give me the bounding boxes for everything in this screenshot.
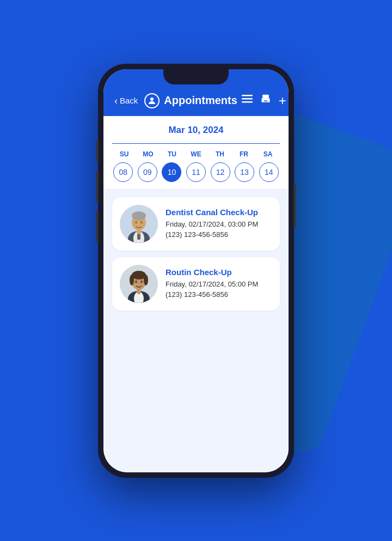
svg-rect-3 [242, 101, 253, 103]
svg-rect-2 [242, 98, 253, 100]
svg-point-14 [135, 221, 137, 223]
back-chevron-icon: ‹ [114, 96, 118, 106]
appointment-phone-2: (123) 123-456-5856 [166, 289, 272, 300]
back-label: Back [120, 96, 138, 105]
header-actions: + [242, 94, 286, 107]
svg-point-21 [132, 271, 146, 279]
svg-point-25 [140, 280, 143, 283]
appointment-title-1: Dentist Canal Check-Up [166, 208, 272, 217]
svg-point-22 [130, 275, 134, 285]
date-09[interactable]: 09 [138, 162, 157, 182]
svg-rect-4 [262, 95, 269, 99]
list-icon[interactable] [242, 95, 253, 106]
appointment-info-1: Dentist Canal Check-Up Friday, 02/17/202… [166, 208, 272, 240]
weekday-fr: FR [232, 150, 256, 158]
print-icon[interactable] [260, 94, 271, 107]
back-button[interactable]: ‹ Back [114, 96, 138, 106]
doctor-avatar-2 [120, 265, 158, 303]
page-title: Appointments [164, 94, 237, 107]
svg-rect-5 [264, 101, 267, 102]
appointment-title-2: Routin Check-Up [166, 268, 272, 277]
date-13[interactable]: 13 [235, 162, 254, 182]
appointment-datetime-2: Friday, 02/17/2024, 05:00 PM [166, 279, 272, 290]
weekday-sa: SA [256, 150, 280, 158]
svg-point-24 [135, 280, 137, 283]
calendar-month-label: Mar 10, 2024 [112, 125, 280, 136]
weekday-su: SU [112, 150, 136, 158]
calendar-section: Mar 10, 2024 SU MO TU WE TH FR SA 08 09 … [103, 116, 289, 189]
appointment-card-2[interactable]: Routin Check-Up Friday, 02/17/2024, 05:0… [112, 257, 280, 311]
appointment-datetime-1: Friday, 02/17/2024, 03:00 PM [166, 219, 272, 230]
date-11[interactable]: 11 [186, 162, 206, 182]
header-center: Appointments [144, 93, 237, 108]
svg-point-0 [150, 98, 154, 101]
svg-rect-1 [242, 95, 253, 96]
date-14[interactable]: 14 [259, 162, 279, 182]
svg-point-15 [140, 221, 143, 223]
add-icon[interactable]: + [279, 94, 286, 107]
appointment-card-1[interactable]: Dentist Canal Check-Up Friday, 02/17/202… [112, 197, 280, 251]
calendar-dates: 08 09 10 11 12 13 14 [112, 162, 280, 182]
weekday-mo: MO [136, 150, 160, 158]
svg-point-23 [144, 275, 148, 285]
calendar-divider [112, 143, 280, 144]
weekday-we: WE [184, 150, 208, 158]
doctor-avatar-1 [120, 205, 158, 243]
date-10[interactable]: 10 [162, 162, 181, 182]
appointment-info-2: Routin Check-Up Friday, 02/17/2024, 05:0… [166, 268, 272, 300]
appointment-phone-1: (123) 123-456-5856 [166, 229, 272, 240]
appointments-list: Dentist Canal Check-Up Friday, 02/17/202… [103, 189, 289, 472]
svg-point-13 [132, 211, 146, 220]
person-icon [144, 93, 160, 108]
date-12[interactable]: 12 [211, 162, 230, 182]
svg-point-6 [268, 99, 270, 101]
weekday-th: TH [208, 150, 232, 158]
date-08[interactable]: 08 [113, 162, 133, 182]
weekday-tu: TU [160, 150, 184, 158]
calendar-weekdays: SU MO TU WE TH FR SA [112, 150, 280, 158]
